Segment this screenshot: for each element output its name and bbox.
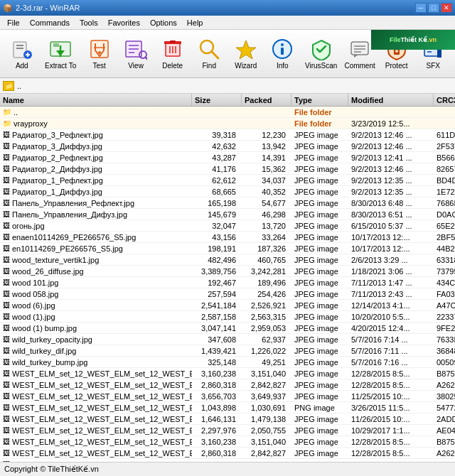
extract-button[interactable]: Extract To (41, 33, 80, 75)
table-row[interactable]: 🖼 Радиатор_3_Рефлект.jpg 39,318 12,230 J… (0, 129, 455, 141)
table-row[interactable]: 🖼 Радиатор_2_Рефлект.jpg 43,287 14,391 J… (0, 152, 455, 163)
table-row[interactable]: 🖼 en10114269_PE266576_S5.jpg 198,191 187… (0, 243, 455, 254)
svg-rect-28 (281, 48, 284, 55)
file-crc32: 6BDF32D6 (434, 460, 455, 463)
svg-point-34 (395, 50, 398, 53)
view-button[interactable]: View (118, 33, 154, 75)
svg-rect-2 (16, 48, 23, 49)
wizard-button[interactable]: Wizard (228, 33, 264, 75)
file-name: 🖼 WEST_ELM_set_12_WEST_ELM_set_12_WEST_E… (0, 460, 192, 463)
file-size: 3,160,238 (192, 369, 242, 378)
table-row[interactable]: 🖼 WEST_ELM_set_12_WEST_ELM_set_12_WEST_E… (0, 448, 455, 459)
menu-tools[interactable]: Tools (75, 17, 102, 28)
file-crc32: 1E72AFA8 (434, 188, 455, 196)
table-row[interactable]: 🖼 wood_26_diffuse.jpg 3,389,756 3,242,28… (0, 266, 455, 277)
menu-bar: File Commands Tools Favorites Options He… (0, 16, 455, 30)
col-name[interactable]: Name (0, 94, 192, 106)
file-name: 🖼 WEST_ELM_set_12_WEST_ELM_set_12_WEST_E… (0, 404, 192, 412)
file-packed: 34,037 (242, 176, 291, 185)
file-crc32: 63318FAE (434, 256, 455, 264)
file-size: 3,160,238 (192, 438, 242, 446)
add-button[interactable]: Add (4, 33, 40, 75)
col-crc32[interactable]: CRC32 (434, 94, 455, 106)
file-crc32: BD4D885D (434, 176, 455, 185)
menu-file[interactable]: File (3, 17, 24, 28)
table-row[interactable]: 🖼 WEST_ELM_set_12_WEST_ELM_set_12_WEST_E… (0, 391, 455, 402)
menu-options[interactable]: Options (146, 17, 181, 28)
table-row[interactable]: 🖼 WEST_ELM_set_12_WEST_ELM_set_12_WEST_E… (0, 436, 455, 448)
delete-button[interactable]: Delete (155, 33, 191, 75)
table-row[interactable]: 🖼 WEST_ELM_set_12_WEST_ELM_set_12_WEST_E… (0, 459, 455, 462)
test-icon (88, 38, 111, 60)
find-button[interactable]: Find (191, 33, 227, 75)
file-name: 🖼 wood 058.jpg (0, 290, 192, 298)
col-modified[interactable]: Modified (348, 94, 434, 106)
table-row[interactable]: 🖼 wood (6).jpg 2,541,184 2,526,921 JPEG … (0, 300, 455, 311)
file-packed: 49,251 (242, 358, 291, 367)
table-row[interactable]: 📁 .. File folder (0, 107, 455, 118)
virusscan-button[interactable]: VirusScan (301, 33, 341, 75)
test-button[interactable]: Test (82, 33, 117, 75)
file-type-icon: 🖼 (3, 324, 10, 332)
close-button[interactable]: ✕ (441, 3, 452, 13)
col-size[interactable]: Size (192, 94, 242, 106)
file-modified: 10/29/2017 1:1... (348, 426, 434, 435)
table-row[interactable]: 🖼 wood 101.jpg 192,467 189,496 JPEG imag… (0, 277, 455, 288)
table-row[interactable]: 🖼 Панель_Управления_Рефлект.jpg 165,198 … (0, 198, 455, 209)
file-packed: 187,326 (242, 244, 291, 253)
file-size: 42,632 (192, 142, 242, 151)
menu-help[interactable]: Help (183, 17, 208, 28)
file-type-icon: 🖼 (3, 165, 10, 173)
table-row[interactable]: 🖼 WEST_ELM_set_12_WEST_ELM_set_12_WEST_E… (0, 368, 455, 379)
maximize-button[interactable]: □ (428, 3, 439, 13)
menu-commands[interactable]: Commands (26, 17, 74, 28)
table-row[interactable]: 🖼 wild_turkey_opacity.jpg 347,608 62,937… (0, 334, 455, 345)
file-name: 🖼 wood (1) bump.jpg (0, 324, 192, 332)
file-type: JPEG image (291, 233, 348, 242)
info-button[interactable]: Info (265, 33, 301, 75)
file-crc32: 54772448 (434, 404, 455, 412)
table-row[interactable]: 🖼 огонь.jpg 32,047 13,720 JPEG image 6/1… (0, 220, 455, 232)
delete-icon (161, 38, 184, 60)
table-row[interactable]: 🖼 wild_turkey_bump.jpg 325,148 49,251 JP… (0, 357, 455, 368)
file-size: 165,198 (192, 199, 242, 207)
file-crc32: 22337593 (434, 313, 455, 321)
file-crc32: A47C60A7 (434, 301, 455, 310)
file-type-icon: 🖼 (3, 404, 10, 411)
table-row[interactable]: 🖼 wood (1).jpg 2,587,158 2,563,315 JPEG … (0, 311, 455, 323)
table-row[interactable]: 🖼 wood (1) bump.jpg 3,047,141 2,959,053 … (0, 323, 455, 334)
table-row[interactable]: 🖼 еnaen10114269_PE266576_S5.jpg 43,156 3… (0, 232, 455, 243)
file-type-icon: 🖼 (3, 290, 10, 298)
table-row[interactable]: 🖼 wood_texture_vertik1.jpg 482,496 460,7… (0, 254, 455, 266)
table-row[interactable]: 🖼 WEST_ELM_set_12_WEST_ELM_set_12_WEST_E… (0, 379, 455, 391)
table-row[interactable]: 🖼 wood 058.jpg 257,594 254,426 JPEG imag… (0, 288, 455, 300)
table-row[interactable]: 🖼 Радиатор_1_Рефлект.jpg 62,612 34,037 J… (0, 175, 455, 186)
minimize-button[interactable]: ─ (415, 3, 427, 13)
file-modified: 2/6/2013 3:29 ... (348, 256, 434, 264)
table-row[interactable]: 🖼 wild_turkey_dif.jpg 1,439,421 1,226,02… (0, 345, 455, 357)
file-packed: 3,649,937 (242, 392, 291, 401)
table-row[interactable]: 🖼 WEST_ELM_set_12_WEST_ELM_set_12_WEST_E… (0, 425, 455, 436)
file-name: 🖼 Радиатор_1_Диффуз.jpg (0, 188, 192, 196)
file-list-container[interactable]: Name Size Packed Type Modified CRC32 📁 .… (0, 94, 455, 462)
menu-favorites[interactable]: Favorites (104, 17, 144, 28)
file-type: PNG image (291, 404, 348, 412)
file-type: JPEG image (291, 165, 348, 173)
find-icon (198, 38, 220, 60)
file-packed: 13,720 (242, 222, 291, 230)
table-row[interactable]: 🖼 Панель_Управления_Дифуз.jpg 145,679 46… (0, 209, 455, 220)
table-row[interactable]: 🖼 Радиатор_3_Диффуз.jpg 42,632 13,942 JP… (0, 141, 455, 152)
file-packed: 425,358 (242, 460, 291, 463)
col-packed[interactable]: Packed (242, 94, 291, 106)
table-row[interactable]: 🖼 Радиатор_2_Диффуз.jpg 41,176 15,362 JP… (0, 163, 455, 175)
col-type[interactable]: Type (291, 94, 348, 106)
table-row[interactable]: 🖼 WEST_ELM_set_12_WEST_ELM_set_12_WEST_E… (0, 402, 455, 413)
file-packed: 2,050,755 (242, 426, 291, 435)
table-row[interactable]: 📁 vrayproxy File folder 3/23/2019 12:5..… (0, 118, 455, 129)
table-row[interactable]: 🖼 Радиатор_1_Диффуз.jpg 68,665 40,352 JP… (0, 186, 455, 198)
file-modified: 7/11/2013 2:43 ... (348, 290, 434, 298)
table-row[interactable]: 🖼 WEST_ELM_set_12_WEST_ELM_set_12_WEST_E… (0, 413, 455, 425)
add-label: Add (16, 62, 28, 70)
file-modified: 10/17/2013 12:... (348, 244, 434, 253)
file-crc32: 2F53786D (434, 142, 455, 151)
